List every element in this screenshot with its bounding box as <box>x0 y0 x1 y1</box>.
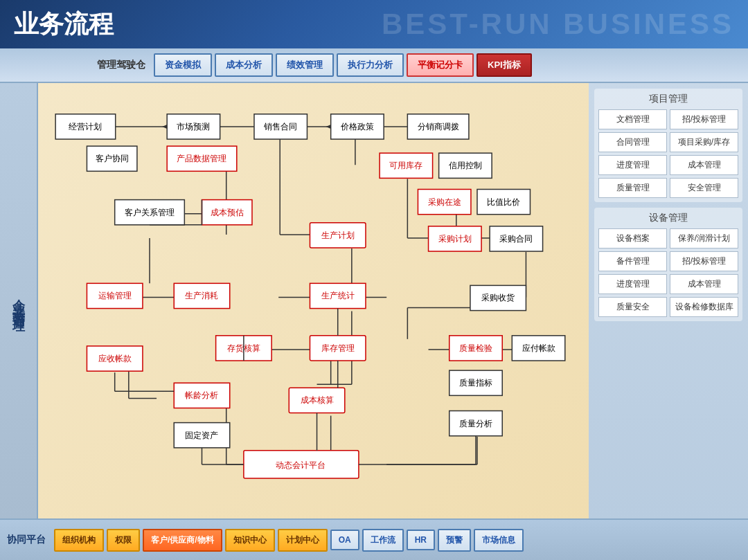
right-panel: 项目管理 文档管理 招/投标管理 合同管理 项目采购/库存 进度管理 成本管理 … <box>589 83 748 518</box>
equip-item-bid[interactable]: 招/投标管理 <box>670 251 738 271</box>
watermark: BEST-RUN BUSINESS <box>382 8 734 41</box>
equip-item-progress[interactable]: 进度管理 <box>598 274 667 294</box>
equip-item-repair[interactable]: 设备检修数据库 <box>670 297 738 317</box>
equip-item-files[interactable]: 设备档案 <box>598 228 667 249</box>
equip-item-parts[interactable]: 备件管理 <box>598 251 667 271</box>
svg-text:经营计划: 经营计划 <box>69 122 102 132</box>
proj-item-progress[interactable]: 进度管理 <box>598 155 667 175</box>
svg-text:产品数据管理: 产品数据管理 <box>177 154 226 163</box>
platform-btn-oa[interactable]: OA <box>330 530 359 550</box>
main-content: 企业运营管理 <box>0 83 748 518</box>
nav-btn-balanced[interactable]: 平衡记分卡 <box>407 53 474 77</box>
platform-btn-workflow[interactable]: 工作流 <box>362 529 404 552</box>
proj-item-cost[interactable]: 成本管理 <box>670 155 738 175</box>
proj-item-doc[interactable]: 文档管理 <box>598 109 667 129</box>
svg-text:固定资产: 固定资产 <box>185 431 218 440</box>
svg-text:生产消耗: 生产消耗 <box>185 291 218 300</box>
left-label: 企业运营管理 <box>0 83 38 518</box>
left-label-text: 企业运营管理 <box>10 289 27 314</box>
top-nav: 管理驾驶仓 资金模拟 成本分析 绩效管理 执行力分析 平衡记分卡 KPI指标 <box>0 48 748 83</box>
proj-item-purchase[interactable]: 项目采购/库存 <box>670 132 738 152</box>
svg-text:应收帐款: 应收帐款 <box>98 354 132 363</box>
svg-text:成本核算: 成本核算 <box>301 395 334 405</box>
nav-btn-performance[interactable]: 绩效管理 <box>276 53 334 77</box>
svg-text:比值比价: 比值比价 <box>487 197 520 207</box>
equip-item-cost[interactable]: 成本管理 <box>670 274 738 294</box>
nav-btn-cost[interactable]: 成本分析 <box>215 53 273 77</box>
svg-text:应付帐款: 应付帐款 <box>522 343 555 353</box>
svg-text:运输管理: 运输管理 <box>98 291 132 300</box>
svg-text:采购在途: 采购在途 <box>428 197 461 207</box>
equip-mgmt-grid: 设备档案 保养/润滑计划 备件管理 招/投标管理 进度管理 成本管理 质量安全 … <box>598 228 738 317</box>
nav-btn-kpi[interactable]: KPI指标 <box>477 53 532 77</box>
svg-text:采购合同: 采购合同 <box>499 234 533 244</box>
platform-btn-rights[interactable]: 权限 <box>107 529 140 552</box>
project-mgmt-grid: 文档管理 招/投标管理 合同管理 项目采购/库存 进度管理 成本管理 质量管理 … <box>598 109 738 198</box>
equip-mgmt-title: 设备管理 <box>598 212 738 224</box>
svg-text:质量分析: 质量分析 <box>459 419 492 428</box>
page-title: 业务流程 <box>14 8 114 42</box>
svg-text:销售合同: 销售合同 <box>263 122 297 132</box>
equip-mgmt-section: 设备管理 设备档案 保养/润滑计划 备件管理 招/投标管理 进度管理 成本管理 … <box>594 208 742 321</box>
equip-item-quality[interactable]: 质量安全 <box>598 297 667 317</box>
svg-text:帐龄分析: 帐龄分析 <box>185 390 218 400</box>
proj-item-bid[interactable]: 招/投标管理 <box>670 109 738 129</box>
svg-text:采购计划: 采购计划 <box>438 234 472 244</box>
svg-text:动态会计平台: 动态会计平台 <box>276 460 326 470</box>
platform-btn-market[interactable]: 市场信息 <box>474 529 524 552</box>
header: 业务流程 BEST-RUN BUSINESS <box>0 0 748 48</box>
nav-label: 管理驾驶仓 <box>97 59 145 71</box>
svg-marker-38 <box>326 125 331 129</box>
proj-item-contract[interactable]: 合同管理 <box>598 132 667 152</box>
svg-text:成本预估: 成本预估 <box>211 208 244 217</box>
platform-btn-plan[interactable]: 计划中心 <box>278 529 328 552</box>
equip-item-maintenance[interactable]: 保养/润滑计划 <box>670 228 738 249</box>
proj-item-safety[interactable]: 安全管理 <box>670 178 738 198</box>
nav-btn-execution[interactable]: 执行力分析 <box>337 53 404 77</box>
svg-text:信用控制: 信用控制 <box>449 161 482 170</box>
platform-btn-customer[interactable]: 客户/供应商/物料 <box>143 529 222 552</box>
svg-text:价格政策: 价格政策 <box>340 122 374 132</box>
platform-btn-org[interactable]: 组织机构 <box>54 529 104 552</box>
svg-text:采购收货: 采购收货 <box>481 293 515 303</box>
nav-btn-capital[interactable]: 资金模拟 <box>154 53 212 77</box>
flow-diagram: 经营计划 市场预测 销售合同 价格政策 分销商调拨 客户协同 产品数据管理 可用… <box>38 83 589 518</box>
svg-text:质量指标: 质量指标 <box>459 378 492 388</box>
svg-text:客户关系管理: 客户关系管理 <box>125 208 175 217</box>
svg-text:生产统计: 生产统计 <box>321 291 355 300</box>
svg-text:市场预测: 市场预测 <box>177 122 210 132</box>
platform-label: 协同平台 <box>7 534 46 546</box>
svg-marker-37 <box>162 125 167 129</box>
project-mgmt-title: 项目管理 <box>598 93 738 105</box>
svg-text:客户协同: 客户协同 <box>96 154 129 163</box>
proj-item-quality[interactable]: 质量管理 <box>598 178 667 198</box>
platform-btn-knowledge[interactable]: 知识中心 <box>225 529 275 552</box>
flow-area: 经营计划 市场预测 销售合同 价格政策 分销商调拨 客户协同 产品数据管理 可用… <box>38 83 589 518</box>
svg-text:库存管理: 库存管理 <box>321 343 355 353</box>
bottom-platform: 协同平台 组织机构 权限 客户/供应商/物料 知识中心 计划中心 OA 工作流 … <box>0 518 748 560</box>
svg-text:生产计划: 生产计划 <box>321 231 355 240</box>
project-mgmt-section: 项目管理 文档管理 招/投标管理 合同管理 项目采购/库存 进度管理 成本管理 … <box>594 89 742 202</box>
svg-text:分销商调拨: 分销商调拨 <box>418 122 459 132</box>
svg-text:质量检验: 质量检验 <box>459 343 492 353</box>
svg-text:可用库存: 可用库存 <box>389 161 422 170</box>
platform-btn-hr[interactable]: HR <box>407 530 435 550</box>
platform-btn-alert[interactable]: 预警 <box>438 529 471 552</box>
